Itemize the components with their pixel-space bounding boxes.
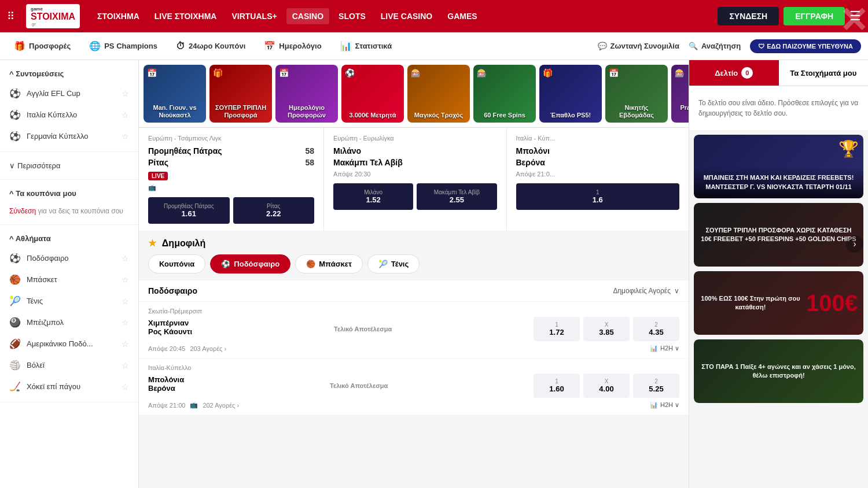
tab-football[interactable]: ⚽ Ποδόσφαιρο (210, 254, 290, 273)
match-time-info-2: Απόψε 21:00 📺 202 Αγορές › (148, 401, 239, 409)
sidebar-item-basketball[interactable]: 🏀 Μπάσκετ ☆ (0, 269, 138, 290)
tennis-icon: 🎾 (9, 295, 21, 306)
hockey-star-icon[interactable]: ☆ (122, 382, 129, 391)
odd-cell-2-2[interactable]: 2 5.25 (633, 374, 679, 398)
nav-slots[interactable]: SLOTS (333, 8, 372, 24)
tab-tennis[interactable]: 🎾 Τένις (367, 254, 420, 273)
match-time-info-1: Απόψε 20:45 203 Αγορές › (148, 345, 226, 352)
banner-100[interactable]: 100% ΕΩΣ 100€ Στην πρώτη σου κατάθεση! 1… (694, 271, 863, 335)
tab-basketball[interactable]: 🏀 Μπάσκετ (295, 254, 363, 273)
popular-header: ★ Δημοφιλή (139, 238, 689, 254)
nav-offers[interactable]: 🎁 Προσφορές (7, 37, 78, 55)
star-icon-3[interactable]: ☆ (122, 132, 129, 141)
odd-btn-1a[interactable]: Προμηθέας Πάτρας 1.61 (148, 197, 230, 224)
more-markets-1[interactable]: 203 Αγορές › (190, 345, 226, 352)
banner-triple[interactable]: ΣΟΥΠΕΡ ΤΡΙΠΛΗ ΠΡΟΣΦΟΡΑ ΧΩΡΙΣ ΚΑΤΑΘΕΣΗ 10… (694, 203, 863, 267)
nav-24-coupon[interactable]: ⏱ 24ωρο Κουπόνι (169, 38, 252, 55)
sports-section: ^ Αθλήματα ⚽ Ποδόσφαιρο ☆ 🏀 Μπάσκετ ☆ 🎾 … (0, 225, 138, 402)
nav-casino[interactable]: CASINO (286, 8, 329, 24)
nav-live-casino[interactable]: LIVE CASINO (375, 8, 438, 24)
odd-cell-x-1[interactable]: X 3.85 (583, 317, 630, 341)
nav-games[interactable]: GAMES (442, 8, 483, 24)
promo-card-5[interactable]: 🎰 Μαγικός Τροχός (407, 65, 470, 123)
login-link[interactable]: Σύνδεση (9, 207, 36, 215)
football-star-icon[interactable]: ☆ (122, 254, 129, 263)
sidebar-item-tennis[interactable]: 🎾 Τένις ☆ (0, 290, 138, 312)
odd-cell-1-1[interactable]: 1 1.72 (534, 317, 580, 341)
basketball-star-icon[interactable]: ☆ (122, 275, 129, 284)
baseball-star-icon[interactable]: ☆ (122, 318, 129, 327)
volleyball-star-icon[interactable]: ☆ (122, 361, 129, 370)
chevron-down-icon: ∨ (9, 161, 15, 170)
sidebar-item-american-football[interactable]: 🏈 Αμερικάνικο Ποδό... ☆ (0, 333, 138, 354)
nav-stoixima[interactable]: ΣΤΟΙΧΗΜΑ (91, 8, 145, 24)
popular-markets-dropdown[interactable]: Δημοφιλείς Αγορές ∨ (613, 287, 679, 295)
betslip-tab[interactable]: Δελτίο 0 (689, 60, 779, 86)
match-time-3: Απόψε 21:0... (516, 171, 680, 178)
sidebar-item-baseball[interactable]: 🎱 Μπέιζμπολ ☆ (0, 312, 138, 333)
tennis-star-icon[interactable]: ☆ (122, 297, 129, 306)
promo-card-1[interactable]: 📅 Man. Γιουν. vs Νιούκαστλ (144, 65, 206, 123)
logo[interactable]: game STOIXIMA .gr (26, 4, 80, 28)
odd-label-x-1: X (593, 321, 620, 328)
promo-card-4[interactable]: ⚽ 3.000€ Μετρητά (341, 65, 404, 123)
shortcuts-header[interactable]: ^ Συντομεύσεις (0, 65, 138, 83)
sports-header[interactable]: ^ Αθλήματα (0, 230, 138, 247)
promo-card-7[interactable]: 🎁 Έπαθλο PS5! (539, 65, 602, 123)
promo-label-2: ΣΟΥΠΕΡ ΤΡΙΠΛΗ Προσφορά (213, 104, 269, 119)
nav-ps-champions[interactable]: 🌐 PS Champions (82, 37, 164, 55)
amfootball-star-icon[interactable]: ☆ (122, 339, 129, 349)
odd-btn-2a[interactable]: Μιλάνο 1.52 (333, 183, 413, 210)
sidebar-item-efl[interactable]: ⚽ Αγγλία EFL Cup ☆ (0, 83, 138, 104)
show-more-button[interactable]: ∨ Περισσότερα (0, 157, 138, 175)
promo-icon-5: 🎰 (411, 68, 421, 77)
secondary-nav-right: 💬 Ζωντανή Συνομιλία 🔍 Αναζήτηση 🛡 ΕΔΩ ΠΑ… (598, 39, 861, 53)
nav-statistics[interactable]: 📊 Στατιστικά (333, 37, 399, 55)
sidebar-item-italy-cup[interactable]: ⚽ Ιταλία Κύπελλο ☆ (0, 104, 138, 125)
live-chat-button[interactable]: 💬 Ζωντανή Συνομιλία (598, 42, 679, 50)
sidebar-item-football[interactable]: ⚽ Ποδόσφαιρο ☆ (0, 247, 138, 269)
shortcuts-section: ^ Συντομεύσεις ⚽ Αγγλία EFL Cup ☆ ⚽ Ιταλ… (0, 60, 138, 152)
nav-calendar[interactable]: 📅 Ημερολόγιο (257, 37, 328, 55)
nav-links: ΣΤΟΙΧΗΜΑ LIVE ΣΤΟΙΧΗΜΑ VIRTUALS+ CASINO … (91, 8, 706, 24)
register-button[interactable]: ΕΓΓΡΑΦΗ (784, 7, 845, 25)
login-button[interactable]: ΣΥΝΔΕΣΗ (718, 7, 779, 25)
nav-virtuals[interactable]: VIRTUALS+ (226, 8, 282, 24)
shield-icon: 🛡 (758, 43, 764, 50)
search-button[interactable]: 🔍 Αναζήτηση (689, 42, 741, 50)
promo-card-9[interactable]: 🎰 Pragmatic Buy Bonus (671, 65, 689, 123)
sidebar-item-germany-cup[interactable]: ⚽ Γερμανία Κύπελλο ☆ (0, 125, 138, 147)
popular-match-1: Σκωτία-Πρέμιερσιπ Χιμπέρνιαν Ρος Κάουντι… (139, 302, 689, 358)
match-odds-2: Μιλάνο 1.52 Μακάμπι Τελ Αβίβ 2.55 (333, 183, 497, 210)
tab-coupons[interactable]: Κουπόνια (148, 254, 205, 273)
odd-btn-2b[interactable]: Μακάμπι Τελ Αβίβ 2.55 (417, 183, 496, 210)
star-icon[interactable]: ☆ (122, 89, 129, 98)
stream-icon-area: 📺 (148, 184, 314, 191)
volleyball-icon: 🏐 (9, 360, 21, 371)
grid-icon[interactable]: ⠿ (7, 10, 14, 23)
sidebar-item-volleyball[interactable]: 🏐 Βόλεϊ ☆ (0, 354, 138, 376)
basketball-tab-icon: 🏀 (306, 260, 315, 268)
more-markets-2[interactable]: 202 Αγορές › (203, 402, 239, 409)
banner-ps[interactable]: ΜΠΑΙΝΕΙΣ ΣΤΗ ΜΑΧΗ ΚΑΙ ΚΕΡΔΙΖΕΙΣ FREEBETS… (694, 135, 863, 198)
nav-live-stoixima[interactable]: LIVE ΣΤΟΙΧΗΜΑ (149, 8, 223, 24)
promo-card-8[interactable]: 📅 Νικητής Εβδομάδας (605, 65, 668, 123)
sidebar-item-hockey[interactable]: 🏒 Χόκεϊ επί πάγου ☆ (0, 376, 138, 397)
odd-cell-1-2[interactable]: 1 1.60 (534, 374, 580, 398)
h2h-button-1[interactable]: 📊 H2H ∨ (650, 345, 679, 352)
odd-cell-x-2[interactable]: X 4.00 (583, 374, 630, 398)
star-icon-2[interactable]: ☆ (122, 110, 129, 120)
h2h-button-2[interactable]: 📊 H2H ∨ (650, 401, 679, 409)
banner-para[interactable]: ΣΤΟ ΠΑΡΑ 1 Παίξε 4+ αγώνες και αν χάσεις… (694, 339, 863, 403)
banner-triple-content: ΣΟΥΠΕΡ ΤΡΙΠΛΗ ΠΡΟΣΦΟΡΑ ΧΩΡΙΣ ΚΑΤΑΘΕΣΗ 10… (694, 203, 863, 267)
my-coupons-header[interactable]: ^ Τα κουπόνια μου (0, 184, 138, 202)
promo-label-9: Pragmatic Buy Bonus (675, 104, 689, 119)
promo-card-2[interactable]: 🎁 ΣΟΥΠΕΡ ΤΡΙΠΛΗ Προσφορά (209, 65, 272, 123)
odd-label-2a: Μιλάνο (337, 189, 410, 195)
promo-card-3[interactable]: 📅 Ημερολόγιο Προσφορών (275, 65, 338, 123)
odd-btn-1b[interactable]: Ρίτας 2.22 (233, 197, 315, 224)
main-layout: ^ Συντομεύσεις ⚽ Αγγλία EFL Cup ☆ ⚽ Ιταλ… (0, 60, 868, 488)
odd-btn-3a[interactable]: 1 1.6 (516, 183, 680, 210)
odd-cell-2-1[interactable]: 2 4.35 (633, 317, 679, 341)
promo-card-6[interactable]: 🎰 60 Free Spins (473, 65, 536, 123)
